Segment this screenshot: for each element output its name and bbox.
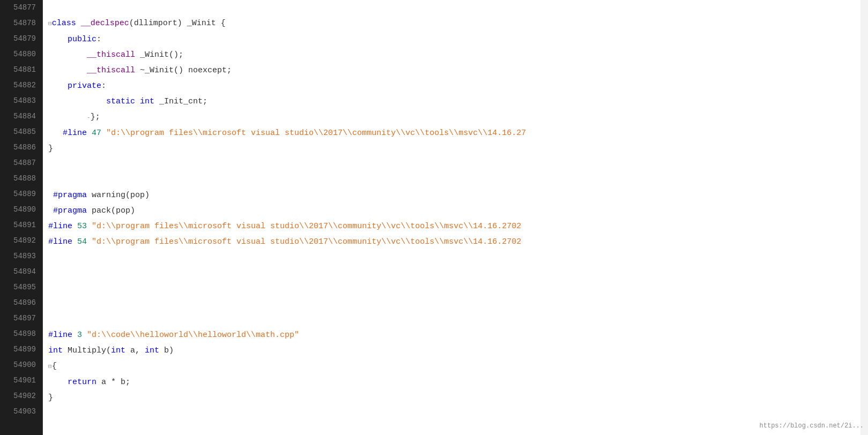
token: #pragma [48, 206, 87, 215]
code-area[interactable]: ⊟class __declspec(dllimport) _Winit { pu… [43, 0, 860, 435]
line-number: 54902 [4, 388, 36, 404]
token: _Winit(); [135, 50, 183, 59]
token: ( [129, 19, 134, 28]
code-line: return a * b; [48, 374, 860, 390]
line-number: 54897 [4, 311, 36, 326]
code-line [48, 156, 860, 172]
token: ⊟ [48, 363, 52, 370]
token: ⊟ [48, 20, 52, 27]
token: : [101, 81, 106, 91]
token [87, 237, 92, 246]
code-line: private: [48, 78, 860, 94]
line-number: 54901 [4, 373, 36, 388]
code-line: static int _Init_cnt; [48, 94, 860, 109]
token: return [68, 378, 97, 387]
token: __thiscall [87, 66, 135, 75]
line-number: 54882 [4, 78, 36, 93]
code-line [48, 172, 860, 188]
token: int [140, 97, 154, 106]
code-line [48, 296, 860, 312]
code-line: #line 3 "d:\\code\\helloworld\\helloworl… [48, 327, 860, 343]
token: int [145, 346, 159, 355]
line-number: 54891 [4, 218, 36, 233]
token: }; [91, 112, 100, 122]
code-line [48, 265, 860, 281]
line-number: 54879 [4, 31, 36, 47]
token: __declspec [81, 19, 129, 28]
token: private [68, 81, 101, 91]
token [135, 97, 140, 106]
token [48, 378, 68, 387]
token [101, 129, 106, 138]
line-number: 54890 [4, 202, 36, 218]
line-number: 54886 [4, 140, 36, 155]
code-line [48, 281, 860, 296]
code-line: -}; [48, 109, 860, 125]
token: #line [48, 237, 77, 246]
code-line: #line 47 "d:\\program files\\microsoft v… [48, 125, 860, 141]
line-number: 54883 [4, 93, 36, 109]
code-line: public: [48, 32, 860, 47]
code-line [48, 250, 860, 265]
status-bar: https://blog.csdn.net/2i... [755, 417, 868, 435]
token: { [52, 362, 57, 371]
token: } [48, 144, 53, 153]
token: #pragma [48, 191, 87, 200]
line-number: 54887 [4, 155, 36, 171]
token: #line [48, 222, 77, 231]
code-line: ⊟class __declspec(dllimport) _Winit { [48, 16, 860, 32]
code-line [48, 406, 860, 421]
token: pack(pop) [87, 206, 135, 215]
code-line: #line 54 "d:\\program files\\microsoft v… [48, 234, 860, 250]
token: ~_Winit() noexcept; [135, 66, 232, 75]
token: - [87, 114, 91, 121]
line-number: 54893 [4, 249, 36, 264]
code-line: #line 53 "d:\\program files\\microsoft v… [48, 219, 860, 234]
code-line: } [48, 141, 860, 156]
token: "d:\\program files\\microsoft visual stu… [106, 129, 526, 138]
token: ) _Winit { [177, 19, 226, 28]
line-number: 54898 [4, 326, 36, 342]
token: Multiply( [63, 346, 111, 355]
code-line: __thiscall _Winit(); [48, 47, 860, 63]
token: class [52, 19, 76, 28]
line-number: 54885 [4, 124, 36, 140]
token: 3 [77, 331, 82, 340]
token: int [111, 346, 125, 355]
token: : [97, 35, 101, 44]
token: _Init_cnt; [154, 97, 207, 106]
code-line [48, 0, 860, 16]
token: 53 [77, 222, 87, 231]
code-line [48, 312, 860, 327]
token: "d:\\program files\\microsoft visual stu… [92, 237, 521, 246]
token: } [48, 393, 53, 402]
line-number: 54884 [4, 109, 36, 124]
token: #line [48, 331, 77, 340]
token: __thiscall [87, 50, 135, 59]
token: a, [125, 346, 145, 355]
line-number: 54877 [4, 0, 36, 16]
line-number: 54888 [4, 171, 36, 186]
scrollbar[interactable] [860, 0, 868, 435]
token: int [48, 346, 63, 355]
token: static [106, 97, 135, 106]
line-number-gutter: 5487754878548795488054881548825488354884… [0, 0, 43, 435]
line-number: 54896 [4, 295, 36, 311]
line-number: 54878 [4, 16, 36, 31]
code-line: int Multiply(int a, int b) [48, 343, 860, 358]
code-line: } [48, 390, 860, 406]
token: warning(pop) [87, 191, 150, 200]
token [82, 331, 87, 340]
token: public [68, 35, 97, 44]
token: 47 [92, 129, 101, 138]
line-number: 54903 [4, 404, 36, 419]
line-number: 54880 [4, 47, 36, 62]
token: #line [48, 129, 92, 138]
token [87, 222, 92, 231]
status-url: https://blog.csdn.net/2i... [760, 422, 864, 430]
token [76, 19, 81, 28]
token: b) [159, 346, 174, 355]
line-number: 54899 [4, 342, 36, 357]
line-number: 54889 [4, 186, 36, 202]
line-number: 54881 [4, 62, 36, 78]
